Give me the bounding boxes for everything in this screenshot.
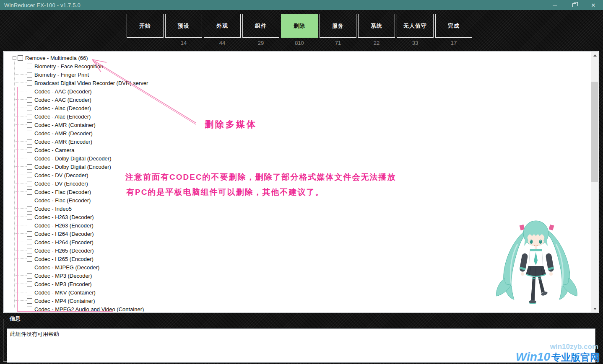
tree-item-label[interactable]: Codec - MKV (Container) [33,289,97,296]
scrollbar-thumb[interactable] [591,82,598,182]
tree-item-checkbox[interactable] [27,106,32,111]
watermark-brand-prefix: Win10 [516,350,550,363]
tree-item-checkbox[interactable] [27,181,32,186]
tree-item-checkbox[interactable] [27,298,32,304]
tree-item-checkbox[interactable] [27,248,32,253]
toolbar-button[interactable]: 开始 [127,14,164,38]
tree-item-checkbox[interactable] [27,139,32,145]
tree-item-label[interactable]: Codec - AMR (Decoder) [33,130,94,137]
tree-item-checkbox[interactable] [27,265,32,270]
tree-item-label[interactable]: Codec - H264 (Encoder) [33,239,95,245]
scrollbar-down-arrow-icon[interactable] [591,305,598,312]
tree-item-checkbox[interactable] [27,114,32,119]
tree-root-checkbox[interactable] [18,55,23,61]
tree-item-checkbox[interactable] [27,72,32,77]
tree-item-checkbox[interactable] [27,290,32,295]
toolbar-buttons: 开始 预设 14 外观 44 组件 29 删除 810 服务 71 系统 22 [127,14,472,46]
tree-item-label[interactable]: Codec - H265 (Decoder) [33,248,95,254]
tree-connector-stub [15,288,27,292]
tree-item-checkbox[interactable] [27,173,32,178]
tree-item-label[interactable]: Codec - DV (Decoder) [33,172,90,178]
tree-item-label[interactable]: Codec - AAC (Encoder) [33,97,93,103]
miku-character-illustration [492,215,581,310]
tree-item-label[interactable]: Codec - MP3 (Encoder) [33,281,93,287]
tree-item-label[interactable]: Codec - H265 (Encoder) [33,256,95,262]
toolbar-button[interactable]: 组件 [242,14,279,38]
tree-item-checkbox[interactable] [27,164,32,170]
info-groupbox-title: 信息 [8,315,23,323]
tree-item-label[interactable]: Codec - DV (Encoder) [33,181,89,187]
tree-item-label[interactable]: Codec - Dolby Digital (Decoder) [33,155,113,162]
tree-connector-stub [15,154,27,158]
tree-connector-stub [15,255,27,259]
tree-item-row: Biometry - Finger Print [4,70,590,79]
watermark-brand: Win10专业版官网 [516,350,600,364]
tree-item-checkbox[interactable] [27,80,32,86]
close-button[interactable]: ✕ [584,0,603,10]
tree-connector-stub [15,238,27,242]
tree-item-label[interactable]: Codec - H264 (Decoder) [33,231,95,237]
tree-item-label[interactable]: Codec - Camera [33,147,75,153]
toolbar-button[interactable]: 服务 [320,14,356,38]
tree-item-row: Codec - AAC (Encoder) [4,96,590,104]
tree-item-checkbox[interactable] [27,206,32,212]
tree-item-row: Broadcast Digital Video Recorder (DVR) s… [4,79,590,87]
toolbar-button[interactable]: 预设 [165,14,202,38]
tree-connector-stub [15,230,27,234]
tree-root-label[interactable]: Remove - Multimedia (66) [24,55,89,61]
tree-item-checkbox[interactable] [27,64,32,69]
tree-item-checkbox[interactable] [27,198,32,203]
tree-item-checkbox[interactable] [27,147,32,153]
tree-item-checkbox[interactable] [27,189,32,195]
tree-item-checkbox[interactable] [27,256,32,262]
info-help-area: 此组件没有可用帮助 [7,328,595,363]
tree-item-checkbox[interactable] [27,214,32,220]
tree-item-label[interactable]: Codec - MP3 (Decoder) [33,273,93,279]
toolbar-button[interactable]: 完成 [435,14,472,38]
toolbar-button-count: 810 [281,40,318,46]
tree-item-label[interactable]: Codec - Alac (Decoder) [33,105,92,111]
tree-item-checkbox[interactable] [27,240,32,245]
tree-item-label[interactable]: Codec - Dolby Digital (Encoder) [33,164,112,170]
tree-connector-stub [15,246,27,250]
tree-item-label[interactable]: Codec - Flac (Encoder) [33,197,92,204]
toolbar-button[interactable]: 删除 [281,14,318,38]
tree-item-checkbox[interactable] [27,281,32,287]
toolbar-button-count: 22 [358,40,395,46]
tree-item-checkbox[interactable] [27,223,32,228]
tree-item-label[interactable]: Codec - MPEG2 Audio and Video (Container… [33,306,145,312]
tree-item-checkbox[interactable] [27,131,32,136]
tree-item-label[interactable]: Codec - Indeo5 [33,206,73,212]
toolbar-button-count: 29 [242,40,279,46]
tree-item-checkbox[interactable] [27,307,32,312]
toolbar-button[interactable]: 系统 [358,14,395,38]
tree-item-label[interactable]: Biometry - Finger Print [33,72,90,78]
tree-item-label[interactable]: Codec - Alac (Encoder) [33,114,92,120]
tree-item-checkbox[interactable] [27,122,32,128]
tree-item-label[interactable]: Codec - H263 (Encoder) [33,222,95,229]
minimize-button[interactable] [545,0,564,10]
tree-item-label[interactable]: Codec - MJPEG (Decoder) [33,264,101,271]
tree-item-label[interactable]: Codec - AAC (Decoder) [33,88,93,95]
tree-item-row: Codec - Dolby Digital (Encoder) [4,163,590,171]
tree-item-checkbox[interactable] [27,273,32,279]
tree-item-label[interactable]: Codec - MP4 (Container) [33,298,96,304]
scrollbar-up-arrow-icon[interactable] [591,52,598,59]
maximize-button[interactable] [564,0,584,10]
tree-item-label[interactable]: Codec - H263 (Decoder) [33,214,95,220]
toolbar-button[interactable]: 无人值守 [397,14,434,38]
tree-item-label[interactable]: Codec - Flac (Decoder) [33,189,92,195]
tree-item-checkbox[interactable] [27,97,32,103]
toolbar-button[interactable]: 外观 [204,14,241,38]
tree-connector-stub [15,221,27,225]
tree-item-checkbox[interactable] [27,89,32,94]
tree-item-checkbox[interactable] [27,231,32,237]
collapse-expander-icon[interactable] [13,56,16,60]
tree-item-checkbox[interactable] [27,156,32,161]
tree-item-label[interactable]: Codec - AMR (Container) [33,122,97,128]
tree-item-row: Biometry - Face Recognition [4,62,590,70]
tree-item-label[interactable]: Codec - AMR (Encoder) [33,139,94,145]
tree-scrollbar[interactable] [591,52,598,312]
tree-item-label[interactable]: Broadcast Digital Video Recorder (DVR) s… [33,80,149,86]
tree-item-label[interactable]: Biometry - Face Recognition [33,63,104,70]
